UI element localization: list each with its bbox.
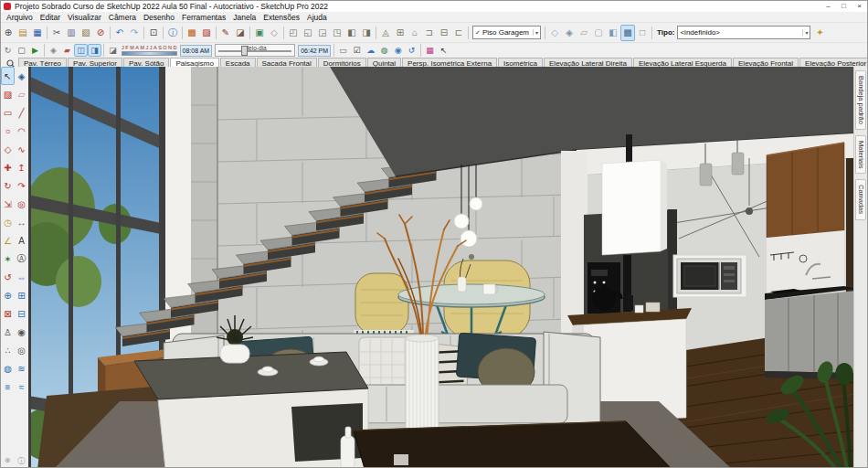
menu-camera[interactable]: Câmera [105,13,140,22]
rotate-tool[interactable]: ↻ [1,176,15,195]
new-icon[interactable]: ⊕ [1,25,16,41]
minimize-button[interactable]: – [820,1,836,12]
split-icon[interactable]: ◨ [359,25,374,41]
look-around-tool[interactable]: ◉ [15,323,28,341]
monochrome-style-icon[interactable]: □ [635,25,650,41]
axes-tool[interactable]: ✶ [1,250,15,268]
menu-janela[interactable]: Janela [229,13,259,22]
orbit-tool[interactable]: ↺ [1,268,15,286]
hidden-line-style-icon[interactable]: ▢ [591,25,606,41]
menu-extensoes[interactable]: Extensões [259,13,303,22]
geolocation-icon[interactable]: ⊕ [5,456,11,466]
menu-ferramentas[interactable]: Ferramentas [178,13,229,22]
3d-text-tool[interactable]: Ⓐ [15,250,28,268]
material-plugin-icon[interactable]: ▩ [185,25,199,41]
print-icon[interactable]: ⊡ [146,25,161,41]
display-section-planes-icon[interactable]: ▰ [60,44,74,57]
xray-style-icon[interactable]: ◇ [547,25,562,41]
camera-target-tool[interactable]: ◎ [15,341,28,359]
maximize-button[interactable]: □ [836,1,852,12]
menu-editar[interactable]: Editar [37,13,64,22]
play-export-icon[interactable]: ▶ [28,44,42,57]
shaded-style-icon[interactable]: ◧ [606,25,620,41]
display-section-fill-icon[interactable]: ◨ [88,44,101,57]
menu-desenho[interactable]: Desenho [140,13,178,22]
text-tool[interactable]: A [15,231,28,250]
model-info-icon[interactable]: ⓘ [165,25,180,41]
view-front-icon[interactable]: ⌂ [408,25,422,41]
save-icon[interactable]: ▦ [30,25,45,41]
circle-tool[interactable]: ○ [1,122,15,140]
polygon-tool[interactable]: ◇ [1,140,15,158]
view-top-icon[interactable]: ⊞ [393,25,408,41]
select-check-icon[interactable]: ☑ [350,44,364,57]
shadows-toggle-icon[interactable]: ◪ [106,44,120,57]
cursor-select-icon[interactable]: ↖ [437,44,450,57]
type-dropdown[interactable]: <indefinido>▾ [677,26,810,39]
refresh-sketch-icon[interactable]: ↻ [1,44,15,57]
match-photo-icon[interactable]: ◪ [233,25,248,41]
erase-icon[interactable]: ⊘ [93,25,108,41]
new-tray-icon[interactable]: ▭ [336,44,350,57]
back-edges-style-icon[interactable]: ◈ [562,25,577,41]
paint-bucket-tool[interactable]: ▨ [1,85,15,103]
zoom-tool[interactable]: ⊕ [1,286,15,304]
export-2d-icon[interactable]: ▣ [252,25,267,41]
extension-wave-tool[interactable]: ≋ [15,359,28,378]
section-plane-icon[interactable]: ◈ [47,44,60,57]
scale-tool[interactable]: ⇲ [1,195,15,213]
tape-measure-tool[interactable]: ◷ [1,213,15,231]
extension-spiral-tool[interactable]: ◍ [1,359,15,378]
color-palette-icon[interactable]: ▦ [423,44,437,57]
line-tool[interactable]: ╱ [15,103,28,122]
push-pull-tool[interactable]: ↥ [15,158,28,176]
component-globe-icon[interactable]: ◍ [377,44,391,57]
extension-flow-tool[interactable]: ≈ [15,378,28,396]
redo-icon[interactable]: ↷ [127,25,142,41]
follow-me-tool[interactable]: ↷ [15,176,28,195]
slider-thumb[interactable] [241,46,248,56]
sandbox-icon[interactable]: ◇ [267,25,281,41]
zoom-window-tool[interactable]: ⊞ [15,286,28,304]
view-right-icon[interactable]: ⊐ [422,25,437,41]
dialog-window-icon[interactable]: ▢ [15,44,28,57]
credits-icon[interactable]: ⓘ [17,456,25,466]
intersect-icon[interactable]: ◱ [301,25,315,41]
position-camera-tool[interactable]: ♙ [1,323,15,341]
tray-tab-bandeja-padrao[interactable]: Bandeja padrão [855,70,866,130]
classifier-icon[interactable]: ✦ [812,25,827,41]
eraser-tool[interactable]: ▱ [15,85,28,103]
textured-style-icon[interactable]: ▩ [620,25,635,41]
shadow-month-slider[interactable]: JFMAMJJASOND [122,46,177,56]
select-tool[interactable]: ↖ [1,67,15,85]
rectangle-tool[interactable]: ▭ [1,103,15,122]
wireframe-style-icon[interactable]: ▱ [577,25,591,41]
view-iso-icon[interactable]: ◬ [378,25,393,41]
microwave[interactable] [673,255,746,297]
display-section-cuts-icon[interactable]: ◫ [74,44,88,57]
model-canvas[interactable] [28,67,853,467]
warehouse-download-icon[interactable]: ☁ [364,44,377,57]
extension-stack-tool[interactable]: ≡ [1,378,15,396]
union-icon[interactable]: ◲ [315,25,330,41]
undo-icon[interactable]: ↶ [112,25,127,41]
freehand-tool[interactable]: ∿ [15,140,28,158]
tray-tab-materiais[interactable]: Materiais [855,135,866,174]
subtract-icon[interactable]: ◳ [330,25,344,41]
menu-arquivo[interactable]: Arquivo [3,13,37,22]
protractor-tool[interactable]: ∠ [1,231,15,250]
style-plugin-icon[interactable]: ▨ [199,25,214,41]
menu-visualizar[interactable]: Visualizar [64,13,105,22]
zoom-previous-tool[interactable]: ⊟ [15,304,28,323]
dimension-tool[interactable]: ↔ [15,213,28,231]
pan-tool[interactable]: ⇔ [15,268,28,286]
walk-tool[interactable]: ∴ [1,341,15,359]
component-sync-icon[interactable]: ◉ [391,44,405,57]
menu-ajuda[interactable]: Ajuda [303,13,331,22]
paste-icon[interactable]: ▧ [79,25,93,41]
tray-tab-camadas[interactable]: Camadas [855,179,866,219]
view-left-icon[interactable]: ⊏ [451,25,466,41]
move-tool[interactable]: ✚ [1,158,15,176]
offset-tool[interactable]: ◎ [15,195,28,213]
refresh-sync-icon[interactable]: ↺ [405,44,418,57]
